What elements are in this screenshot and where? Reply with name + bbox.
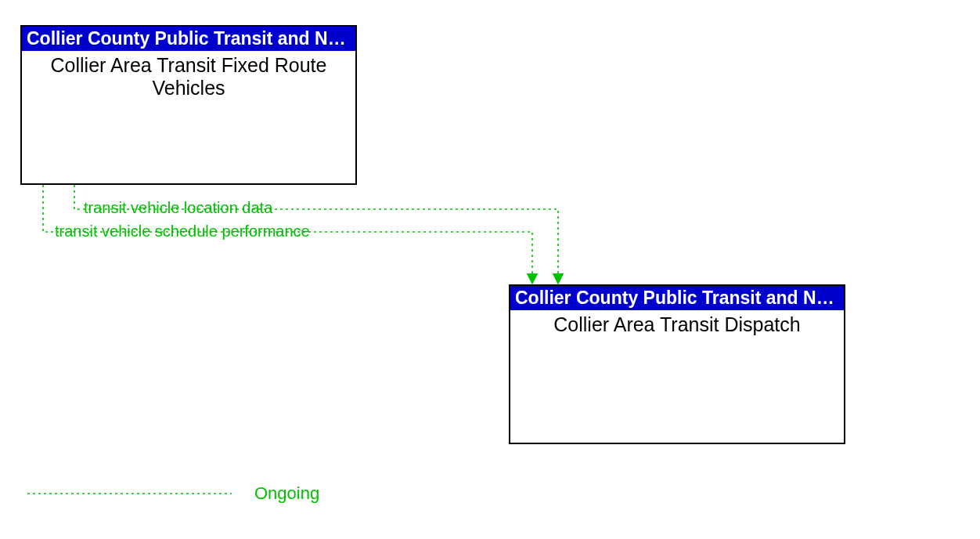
entity-bottom-body: Collier Area Transit Dispatch	[510, 310, 844, 339]
entity-bottom-header: Collier County Public Transit and Nei...	[510, 286, 844, 310]
entity-top: Collier County Public Transit and Nei...…	[20, 25, 357, 185]
diagram-canvas: Collier County Public Transit and Nei...…	[0, 0, 980, 539]
entity-top-body: Collier Area Transit Fixed Route Vehicle…	[22, 51, 355, 103]
entity-bottom: Collier County Public Transit and Nei...…	[509, 284, 845, 444]
flow-label-1: transit vehicle location data	[84, 199, 272, 217]
flow-label-2: transit vehicle schedule performance	[55, 222, 310, 241]
legend-ongoing-label: Ongoing	[254, 483, 319, 504]
entity-top-header: Collier County Public Transit and Nei...	[22, 27, 355, 51]
